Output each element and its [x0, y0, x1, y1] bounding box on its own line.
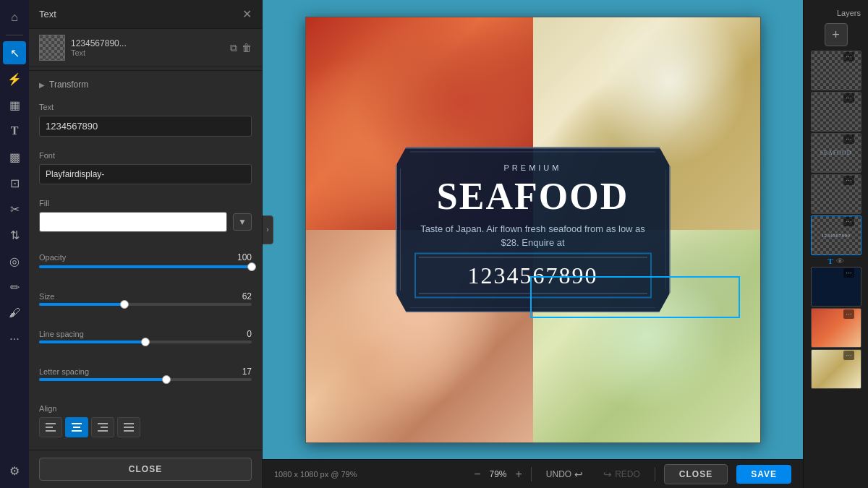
main-area: › PREMIUM SEAFOOD: [263, 0, 803, 488]
layer-text-icon[interactable]: T: [827, 257, 833, 265]
text-section: Text: [29, 95, 262, 144]
align-row: [39, 417, 252, 437]
letter-spacing-value: 17: [242, 367, 252, 377]
save-button[interactable]: SAVE: [736, 465, 791, 484]
home-icon[interactable]: ⌂: [3, 6, 26, 29]
grid-tool[interactable]: ▦: [3, 93, 26, 116]
panel-collapse-button[interactable]: ›: [263, 215, 273, 244]
layer-item-7: ···: [809, 308, 862, 348]
add-layer-button[interactable]: +: [825, 23, 848, 46]
svg-rect-7: [101, 427, 108, 428]
font-section: Font: [29, 144, 262, 192]
align-justify-button[interactable]: [117, 417, 140, 437]
svg-rect-1: [46, 427, 53, 428]
scissors-tool[interactable]: ✂: [3, 197, 26, 221]
more-tool[interactable]: ···: [3, 328, 26, 351]
close-button[interactable]: CLOSE: [664, 464, 728, 484]
layer-more-4[interactable]: ···: [843, 176, 854, 185]
layer-more-8[interactable]: ···: [843, 351, 854, 360]
line-spacing-value: 0: [247, 329, 252, 339]
select-tool[interactable]: ↖: [3, 41, 26, 64]
seafood-badge[interactable]: PREMIUM SEAFOOD Taste of Japan. Air flow…: [396, 147, 671, 312]
line-spacing-slider[interactable]: [39, 341, 252, 343]
layer-item-2: ···: [809, 92, 862, 132]
transform-section[interactable]: ▶ Transform: [29, 74, 262, 95]
layer-visibility-icon[interactable]: 👁: [836, 257, 844, 265]
settings-icon[interactable]: ⚙: [3, 459, 26, 482]
bottom-toolbar: 1080 x 1080 px @ 79% − 79% + UNDO ↩ ↪ RE…: [263, 459, 803, 488]
layer-actions: ⧉ 🗑: [230, 42, 252, 54]
adjust-tool[interactable]: ⇅: [3, 223, 26, 247]
delete-layer-button[interactable]: 🗑: [242, 42, 252, 54]
letter-spacing-slider[interactable]: [39, 378, 252, 381]
redo-button[interactable]: ↪ REDO: [597, 466, 646, 483]
align-center-button[interactable]: [65, 417, 88, 437]
layer-more-6[interactable]: ···: [843, 268, 854, 278]
lightning-tool[interactable]: ⚡: [3, 67, 26, 90]
font-input[interactable]: [39, 164, 252, 184]
svg-rect-10: [124, 427, 134, 428]
pencil-tool[interactable]: ✏: [3, 275, 26, 299]
panel-header: Text ✕: [29, 0, 262, 29]
layer-more-3[interactable]: ···: [843, 134, 854, 144]
layer-more-5[interactable]: ···: [843, 217, 854, 226]
layer-name: 1234567890...: [71, 38, 224, 48]
redo-icon: ↪: [603, 468, 612, 480]
layer-more-7[interactable]: ···: [843, 309, 854, 319]
undo-label: UNDO: [546, 469, 571, 479]
opacity-section: Opacity 100: [29, 245, 262, 284]
fill-dropdown-button[interactable]: ▼: [233, 213, 252, 231]
left-toolbar: ⌂ ↖ ⚡ ▦ T ▩ ⊡ ✂ ⇅ ◎ ✏ 🖌 ··· ⚙: [0, 0, 29, 488]
duplicate-layer-button[interactable]: ⧉: [230, 42, 237, 54]
canvas-info: 1080 x 1080 px @ 79%: [274, 470, 465, 479]
layer-more-1[interactable]: ···: [843, 52, 854, 61]
panel-close-text-button[interactable]: CLOSE: [39, 458, 252, 481]
seafood-title: SEAFOOD: [419, 174, 647, 217]
circle-tool[interactable]: ◎: [3, 249, 26, 273]
layer-thumbnail: [39, 35, 65, 61]
size-section: Size 62: [29, 284, 262, 322]
undo-button[interactable]: UNDO ↩: [540, 466, 589, 483]
phone-number[interactable]: 1234567890: [419, 257, 647, 294]
letter-spacing-label: Letter spacing: [39, 367, 89, 376]
brush-tool[interactable]: 🖌: [3, 301, 26, 325]
fill-row: ▼: [39, 212, 252, 232]
fill-section: Fill ▼: [29, 192, 262, 245]
panel-close-button[interactable]: ✕: [242, 7, 252, 21]
size-slider[interactable]: [39, 303, 252, 306]
size-label: Size: [39, 292, 54, 301]
text-label: Text: [39, 103, 252, 111]
zoom-in-button[interactable]: +: [516, 468, 522, 481]
align-label: Align: [39, 404, 252, 413]
line-spacing-label: Line spacing: [39, 330, 84, 338]
canvas: PREMIUM SEAFOOD Taste of Japan. Air flow…: [305, 17, 761, 443]
layer-item-5: 1234567890 ··· T 👁: [809, 215, 862, 265]
text-input[interactable]: [39, 116, 252, 137]
separator-2: [655, 467, 655, 481]
fill-color-swatch[interactable]: [39, 212, 227, 232]
zoom-value: 79%: [487, 469, 510, 479]
text-tool[interactable]: T: [3, 119, 26, 142]
svg-rect-11: [124, 430, 134, 432]
align-section: Align: [29, 397, 262, 445]
layer-item[interactable]: 1234567890... Text ⧉ 🗑: [29, 29, 262, 67]
crop-tool[interactable]: ⊡: [3, 171, 26, 194]
style-section: Style T I B U: [29, 445, 262, 450]
align-right-button[interactable]: [91, 417, 114, 437]
layer-item-4: ···: [809, 174, 862, 214]
opacity-value: 100: [237, 252, 252, 262]
pattern-tool[interactable]: ▩: [3, 145, 26, 168]
layers-panel-title: Layers: [804, 6, 868, 17]
layer-more-2[interactable]: ···: [843, 93, 854, 103]
font-input-row: [39, 164, 252, 184]
chevron-right-icon: ▶: [39, 81, 45, 89]
letter-spacing-section: Letter spacing 17: [29, 359, 262, 397]
opacity-slider[interactable]: [39, 265, 252, 268]
layer-item-8: ···: [809, 349, 862, 389]
align-left-button[interactable]: [39, 417, 62, 437]
undo-icon: ↩: [574, 468, 583, 480]
zoom-out-button[interactable]: −: [474, 468, 480, 481]
layers-panel: Layers + ··· ··· SEAFOOD ···: [803, 0, 868, 488]
layer-5-icons: T 👁: [809, 257, 862, 265]
panel-title: Text: [39, 9, 56, 20]
